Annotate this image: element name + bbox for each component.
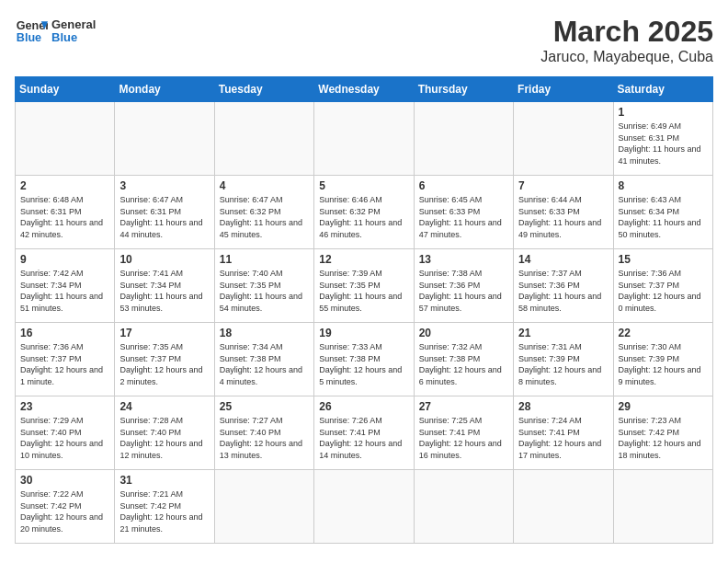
- header-wednesday: Wednesday: [314, 77, 414, 102]
- calendar-cell: 6Sunrise: 6:45 AM Sunset: 6:33 PM Daylig…: [414, 176, 513, 249]
- calendar-cell: 8Sunrise: 6:43 AM Sunset: 6:34 PM Daylig…: [613, 176, 712, 249]
- calendar-cell: 15Sunrise: 7:36 AM Sunset: 7:37 PM Dayli…: [613, 249, 712, 323]
- day-number: 5: [319, 179, 408, 192]
- calendar-cell: 25Sunrise: 7:27 AM Sunset: 7:40 PM Dayli…: [214, 396, 313, 470]
- calendar-cell: 28Sunrise: 7:24 AM Sunset: 7:41 PM Dayli…: [514, 396, 613, 470]
- day-info: Sunrise: 7:38 AM Sunset: 7:36 PM Dayligh…: [419, 268, 508, 314]
- day-info: Sunrise: 7:26 AM Sunset: 7:41 PM Dayligh…: [319, 415, 408, 461]
- header-sunday: Sunday: [16, 77, 115, 102]
- calendar-cell: 13Sunrise: 7:38 AM Sunset: 7:36 PM Dayli…: [414, 249, 513, 323]
- day-info: Sunrise: 7:42 AM Sunset: 7:34 PM Dayligh…: [20, 268, 109, 314]
- week-row-4: 16Sunrise: 7:36 AM Sunset: 7:37 PM Dayli…: [16, 323, 713, 396]
- week-row-6: 30Sunrise: 7:22 AM Sunset: 7:42 PM Dayli…: [16, 470, 713, 544]
- calendar-cell: [214, 470, 313, 544]
- calendar-cell: [514, 102, 613, 176]
- day-number: 28: [518, 400, 608, 413]
- header-tuesday: Tuesday: [214, 77, 313, 102]
- svg-text:Blue: Blue: [17, 31, 41, 44]
- calendar-cell: 2Sunrise: 6:48 AM Sunset: 6:31 PM Daylig…: [16, 176, 115, 249]
- calendar-cell: [414, 470, 513, 544]
- day-info: Sunrise: 7:25 AM Sunset: 7:41 PM Dayligh…: [419, 415, 508, 461]
- day-number: 15: [619, 253, 708, 266]
- calendar-cell: 14Sunrise: 7:37 AM Sunset: 7:36 PM Dayli…: [514, 249, 613, 323]
- day-number: 19: [319, 327, 408, 339]
- day-number: 18: [220, 327, 309, 339]
- calendar-cell: [314, 102, 414, 176]
- day-info: Sunrise: 7:31 AM Sunset: 7:39 PM Dayligh…: [518, 341, 608, 387]
- day-number: 9: [20, 253, 109, 266]
- logo: General Blue General Blue: [15, 15, 96, 48]
- day-number: 20: [419, 327, 508, 339]
- calendar-table: SundayMondayTuesdayWednesdayThursdayFrid…: [15, 76, 713, 544]
- page-header: General Blue General Blue March 2025 Jar…: [15, 15, 713, 65]
- day-number: 17: [119, 327, 209, 339]
- day-info: Sunrise: 6:46 AM Sunset: 6:32 PM Dayligh…: [319, 194, 408, 240]
- calendar-cell: 20Sunrise: 7:32 AM Sunset: 7:38 PM Dayli…: [414, 323, 513, 396]
- calendar-cell: 24Sunrise: 7:28 AM Sunset: 7:40 PM Dayli…: [115, 396, 214, 470]
- calendar-cell: 1Sunrise: 6:49 AM Sunset: 6:31 PM Daylig…: [613, 102, 712, 176]
- calendar-cell: 4Sunrise: 6:47 AM Sunset: 6:32 PM Daylig…: [214, 176, 313, 249]
- day-number: 13: [419, 253, 508, 266]
- calendar-cell: 3Sunrise: 6:47 AM Sunset: 6:31 PM Daylig…: [115, 176, 214, 249]
- day-info: Sunrise: 7:37 AM Sunset: 7:36 PM Dayligh…: [518, 268, 608, 314]
- day-info: Sunrise: 7:32 AM Sunset: 7:38 PM Dayligh…: [419, 341, 508, 387]
- day-number: 4: [220, 179, 309, 192]
- calendar-cell: 11Sunrise: 7:40 AM Sunset: 7:35 PM Dayli…: [214, 249, 313, 323]
- calendar-cell: [613, 470, 712, 544]
- calendar-cell: 16Sunrise: 7:36 AM Sunset: 7:37 PM Dayli…: [16, 323, 115, 396]
- day-number: 24: [119, 400, 209, 413]
- calendar-cell: 9Sunrise: 7:42 AM Sunset: 7:34 PM Daylig…: [16, 249, 115, 323]
- day-number: 3: [119, 179, 209, 192]
- calendar-cell: 21Sunrise: 7:31 AM Sunset: 7:39 PM Dayli…: [514, 323, 613, 396]
- calendar-cell: 31Sunrise: 7:21 AM Sunset: 7:42 PM Dayli…: [115, 470, 214, 544]
- day-number: 1: [619, 106, 708, 119]
- calendar-cell: [115, 102, 214, 176]
- day-number: 23: [20, 400, 109, 413]
- day-info: Sunrise: 7:36 AM Sunset: 7:37 PM Dayligh…: [619, 268, 708, 314]
- day-info: Sunrise: 7:39 AM Sunset: 7:35 PM Dayligh…: [319, 268, 408, 314]
- calendar-cell: 30Sunrise: 7:22 AM Sunset: 7:42 PM Dayli…: [16, 470, 115, 544]
- header-thursday: Thursday: [414, 77, 513, 102]
- week-row-3: 9Sunrise: 7:42 AM Sunset: 7:34 PM Daylig…: [16, 249, 713, 323]
- day-info: Sunrise: 6:47 AM Sunset: 6:31 PM Dayligh…: [119, 194, 209, 240]
- calendar-body: 1Sunrise: 6:49 AM Sunset: 6:31 PM Daylig…: [16, 102, 713, 544]
- calendar-cell: 10Sunrise: 7:41 AM Sunset: 7:34 PM Dayli…: [115, 249, 214, 323]
- calendar-cell: [514, 470, 613, 544]
- calendar-header: SundayMondayTuesdayWednesdayThursdayFrid…: [16, 77, 713, 102]
- calendar-cell: [214, 102, 313, 176]
- day-number: 30: [20, 474, 109, 487]
- day-info: Sunrise: 7:23 AM Sunset: 7:42 PM Dayligh…: [619, 415, 708, 461]
- logo-general: General: [51, 18, 96, 31]
- day-info: Sunrise: 6:48 AM Sunset: 6:31 PM Dayligh…: [20, 194, 109, 240]
- calendar-cell: 7Sunrise: 6:44 AM Sunset: 6:33 PM Daylig…: [514, 176, 613, 249]
- day-number: 14: [518, 253, 608, 266]
- calendar-cell: 27Sunrise: 7:25 AM Sunset: 7:41 PM Dayli…: [414, 396, 513, 470]
- logo-icon: General Blue: [15, 15, 48, 48]
- day-number: 22: [619, 327, 708, 339]
- day-number: 31: [119, 474, 209, 487]
- day-info: Sunrise: 6:49 AM Sunset: 6:31 PM Dayligh…: [619, 121, 708, 167]
- calendar-cell: 26Sunrise: 7:26 AM Sunset: 7:41 PM Dayli…: [314, 396, 414, 470]
- day-info: Sunrise: 7:22 AM Sunset: 7:42 PM Dayligh…: [20, 488, 109, 534]
- calendar-cell: 29Sunrise: 7:23 AM Sunset: 7:42 PM Dayli…: [613, 396, 712, 470]
- day-info: Sunrise: 7:41 AM Sunset: 7:34 PM Dayligh…: [119, 268, 209, 314]
- day-number: 21: [518, 327, 608, 339]
- day-info: Sunrise: 7:34 AM Sunset: 7:38 PM Dayligh…: [220, 341, 309, 387]
- day-info: Sunrise: 6:44 AM Sunset: 6:33 PM Dayligh…: [518, 194, 608, 240]
- day-info: Sunrise: 7:33 AM Sunset: 7:38 PM Dayligh…: [319, 341, 408, 387]
- day-info: Sunrise: 6:45 AM Sunset: 6:33 PM Dayligh…: [419, 194, 508, 240]
- week-row-5: 23Sunrise: 7:29 AM Sunset: 7:40 PM Dayli…: [16, 396, 713, 470]
- calendar-cell: 17Sunrise: 7:35 AM Sunset: 7:37 PM Dayli…: [115, 323, 214, 396]
- day-info: Sunrise: 7:27 AM Sunset: 7:40 PM Dayligh…: [220, 415, 309, 461]
- day-number: 10: [119, 253, 209, 266]
- day-number: 26: [319, 400, 408, 413]
- header-friday: Friday: [514, 77, 613, 102]
- calendar-cell: 18Sunrise: 7:34 AM Sunset: 7:38 PM Dayli…: [214, 323, 313, 396]
- calendar-subtitle: Jaruco, Mayabeque, Cuba: [540, 49, 713, 65]
- day-info: Sunrise: 7:21 AM Sunset: 7:42 PM Dayligh…: [119, 488, 209, 534]
- header-saturday: Saturday: [613, 77, 712, 102]
- calendar-title: March 2025: [540, 15, 713, 49]
- day-number: 8: [619, 179, 708, 192]
- calendar-cell: [16, 102, 115, 176]
- header-monday: Monday: [115, 77, 214, 102]
